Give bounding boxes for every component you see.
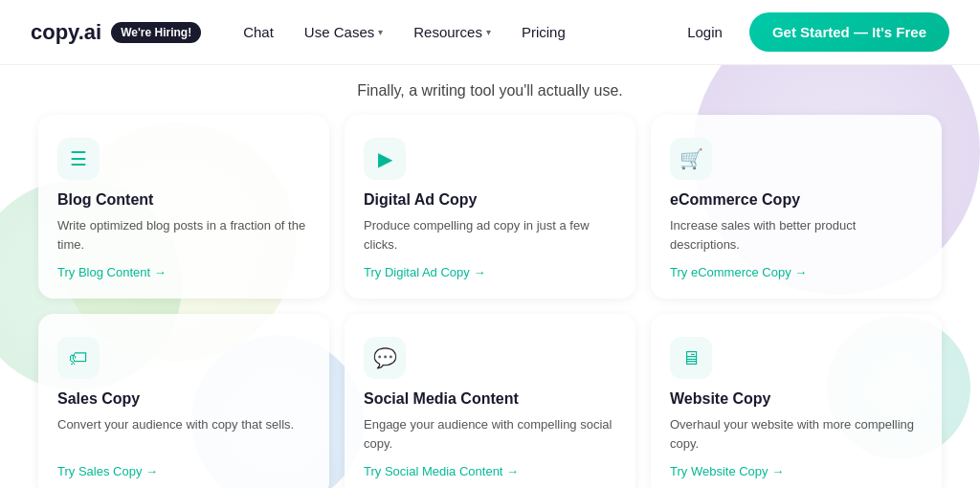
nav-right: Login Get Started — It's Free [676, 12, 949, 52]
nav-links: Chat Use Cases ▾ Resources ▾ Pricing [232, 16, 676, 48]
nav-pricing[interactable]: Pricing [510, 16, 577, 48]
cards-grid: ☰ Blog Content Write optimized blog post… [38, 115, 942, 488]
card-title: Blog Content [57, 191, 310, 209]
card-icon-wrap: 🖥 [670, 337, 712, 379]
login-button[interactable]: Login [676, 16, 734, 48]
card-title: Website Copy [670, 390, 923, 408]
hiring-badge[interactable]: We're Hiring! [111, 22, 201, 43]
subtitle: Finally, a writing tool you'll actually … [38, 65, 942, 115]
card-link-digital-ad-copy[interactable]: Try Digital Ad Copy → [364, 265, 616, 279]
social-media-content-icon: 💬 [373, 346, 397, 369]
card-ecommerce-copy: 🛒 eCommerce Copy Increase sales with bet… [651, 115, 942, 299]
chevron-down-icon: ▾ [486, 27, 491, 37]
logo[interactable]: copy.ai We're Hiring! [31, 20, 201, 45]
get-started-button[interactable]: Get Started — It's Free [749, 12, 949, 52]
main-content: Finally, a writing tool you'll actually … [0, 65, 980, 488]
chevron-down-icon: ▾ [378, 27, 383, 37]
card-icon-wrap: 🛒 [670, 138, 712, 180]
card-website-copy: 🖥 Website Copy Overhaul your website wit… [651, 314, 942, 488]
navbar: copy.ai We're Hiring! Chat Use Cases ▾ R… [0, 0, 980, 65]
card-sales-copy: 🏷 Sales Copy Convert your audience with … [38, 314, 329, 488]
card-title: Sales Copy [57, 390, 310, 408]
card-desc: Produce compelling ad copy in just a few… [364, 216, 616, 254]
card-social-media-content: 💬 Social Media Content Engage your audie… [345, 314, 635, 488]
logo-text: copy.ai [31, 20, 101, 45]
card-digital-ad-copy: ▶ Digital Ad Copy Produce compelling ad … [345, 115, 635, 299]
card-blog-content: ☰ Blog Content Write optimized blog post… [38, 115, 329, 299]
card-link-blog-content[interactable]: Try Blog Content → [57, 265, 310, 279]
card-link-sales-copy[interactable]: Try Sales Copy → [57, 464, 310, 478]
blog-content-icon: ☰ [70, 147, 87, 170]
nav-chat[interactable]: Chat [232, 16, 285, 48]
card-icon-wrap: ☰ [57, 138, 100, 180]
card-link-social-media-content[interactable]: Try Social Media Content → [364, 464, 616, 478]
card-desc: Overhaul your website with more compelli… [670, 415, 923, 453]
sales-copy-icon: 🏷 [69, 347, 88, 369]
nav-resources[interactable]: Resources ▾ [402, 16, 502, 48]
card-title: Digital Ad Copy [364, 191, 616, 209]
card-title: Social Media Content [364, 390, 616, 408]
card-icon-wrap: ▶ [364, 138, 406, 180]
card-desc: Increase sales with better product descr… [670, 216, 923, 254]
card-link-website-copy[interactable]: Try Website Copy → [670, 464, 923, 478]
card-desc: Engage your audience with compelling soc… [364, 415, 616, 453]
card-desc: Write optimized blog posts in a fraction… [57, 216, 310, 254]
website-copy-icon: 🖥 [681, 347, 701, 369]
nav-use-cases[interactable]: Use Cases ▾ [293, 16, 394, 48]
card-icon-wrap: 🏷 [57, 337, 100, 379]
card-icon-wrap: 💬 [364, 337, 406, 379]
ecommerce-copy-icon: 🛒 [679, 147, 703, 170]
card-desc: Convert your audience with copy that sel… [57, 415, 310, 453]
card-title: eCommerce Copy [670, 191, 923, 209]
digital-ad-copy-icon: ▶ [378, 147, 392, 170]
card-link-ecommerce-copy[interactable]: Try eCommerce Copy → [670, 265, 923, 279]
